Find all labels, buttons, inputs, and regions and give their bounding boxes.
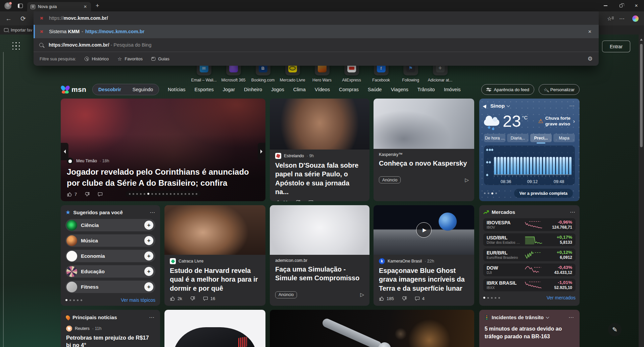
traffic-alert-text[interactable]: 5 minutos de atraso devido ao tráfego pa… <box>485 325 574 340</box>
nav-saude[interactable]: Saúde <box>368 87 382 92</box>
tab-close-icon[interactable]: ✕ <box>82 4 88 10</box>
ad-card-ademicon[interactable]: ademicon.com.br Faça uma Simulação - Sim… <box>270 205 369 306</box>
comment-button[interactable] <box>97 191 103 197</box>
gear-icon[interactable]: ⚙ <box>588 55 593 62</box>
suggestion-site[interactable]: ✖ Sistema KMM - https://movc.kmm.com.br … <box>34 25 599 38</box>
new-tab-button[interactable]: + <box>96 3 99 9</box>
back-icon[interactable]: ← <box>5 15 12 22</box>
image-card-studio[interactable] <box>270 310 474 347</box>
copilot-icon[interactable] <box>632 15 639 22</box>
market-row-ibrx[interactable]: IBRX BRASILIBXX -1,01%52.925,10 <box>483 279 576 291</box>
tab-daily[interactable]: Diaria... <box>507 134 529 142</box>
traffic-incidents-widget[interactable]: Incidentes de trânsito ⋯ 5 minutos de at… <box>479 310 580 347</box>
more-topics-link[interactable]: Ver mais tópicos <box>121 297 155 303</box>
full-forecast-button[interactable]: Ver a previsão completa <box>514 189 573 198</box>
msn-logo-icon[interactable] <box>61 85 70 94</box>
like-button[interactable]: 7 <box>67 191 77 197</box>
nav-jogar[interactable]: Jogar <box>223 87 235 92</box>
see-markets-link[interactable]: Ver mercados <box>547 295 576 300</box>
feed-appearance-button[interactable]: Aparência do feed <box>481 84 535 95</box>
add-topic-button[interactable]: + <box>144 221 153 230</box>
carousel-next-button[interactable] <box>258 143 265 160</box>
hero-news-card[interactable]: Meu Timão · 18h Jogador revelado pelo Co… <box>61 99 265 201</box>
weather-pagination-dots[interactable] <box>484 192 497 194</box>
topic-economia[interactable]: Economia+ <box>65 250 155 262</box>
msn-logo-text[interactable]: msn <box>71 85 86 94</box>
filter-tabs[interactable]: Guias <box>151 56 169 61</box>
workspaces-icon[interactable] <box>18 4 23 8</box>
ad-headline[interactable]: Conheça o novo Kaspersky <box>379 159 469 168</box>
nav-videos[interactable]: Vídeos <box>315 87 330 92</box>
like-button[interactable]: 2k <box>170 296 182 301</box>
comment-button[interactable]: 16 <box>203 296 215 301</box>
carousel-prev-button[interactable] <box>61 143 68 160</box>
topic-ciencia[interactable]: Ciência+ <box>65 219 155 231</box>
news-card-kameraone[interactable]: ▶ kKameraOne Brasil· 22h Espaçonave Blue… <box>374 205 474 306</box>
suggestion-search[interactable]: https://movc.kmm.com.br/ - Pesquisa do B… <box>34 38 599 52</box>
headline[interactable]: Petrobras tem prejuízo de R$17 bi no 4° <box>66 334 155 347</box>
market-row-usdbrl[interactable]: USD/BRLDólar dos Estados Unidos/Real... … <box>483 233 576 246</box>
tab-hourly[interactable]: De hora ... <box>484 134 505 142</box>
topnews-more-icon[interactable]: ⋯ <box>149 316 155 319</box>
ad-choices-icon[interactable]: ▷ <box>465 177 469 183</box>
dislike-button[interactable] <box>401 296 407 301</box>
settings-more-icon[interactable]: ⋯ <box>619 15 625 22</box>
markets-more-icon[interactable]: ⋯ <box>570 211 576 214</box>
scroll-up-arrow[interactable] <box>640 37 643 41</box>
news-card-estrelando[interactable]: Estrelando· 9h Velson D'Souza fala sobre… <box>270 99 369 201</box>
tab-nova-guia[interactable]: Nova guia ✕ <box>27 2 91 11</box>
news-card-catraca[interactable]: Catraca Livre Estudo de Harvard revela q… <box>164 205 265 306</box>
remove-suggestion-icon[interactable]: ✕ <box>586 28 593 35</box>
chevron-down-icon[interactable] <box>507 104 510 107</box>
market-row-dow[interactable]: DOWDJI -0,43%43.433,12 <box>483 264 576 276</box>
topic-fitness[interactable]: Fitness+ <box>65 281 155 293</box>
ad-choices-icon[interactable]: ▷ <box>360 292 364 298</box>
headline[interactable]: Velson D'Souza fala sobre papel na série… <box>275 161 364 196</box>
play-icon[interactable]: ▶ <box>416 222 432 238</box>
personalize-button[interactable]: ☆ Personalizar <box>539 84 580 95</box>
nav-dinheiro[interactable]: Dinheiro <box>244 87 262 92</box>
comment-button[interactable]: 4 <box>414 296 425 301</box>
nav-transito[interactable]: Trânsito <box>417 87 435 92</box>
add-topic-button[interactable]: + <box>144 251 153 261</box>
topic-musica[interactable]: Música+ <box>65 234 155 247</box>
ad-headline[interactable]: Faça uma Simulação - Simule sem Compromi… <box>275 265 364 283</box>
dislike-button[interactable] <box>84 191 90 197</box>
headline[interactable]: Estudo de Harvard revela qual é a melhor… <box>170 266 260 293</box>
comment-button[interactable] <box>308 199 314 201</box>
refresh-icon[interactable]: ⟳ <box>20 15 26 22</box>
dislike-button[interactable] <box>295 199 301 201</box>
compose-pencil-icon[interactable]: ✎ <box>608 323 622 336</box>
tab-descobrir[interactable]: Descobrir <box>93 87 127 92</box>
market-row-ibovespa[interactable]: IBOVESPAIBOV -0,96%124.768,71 <box>483 218 576 231</box>
news-item[interactable]: Reuters· 11h Petrobras tem prejuízo de R… <box>66 326 155 347</box>
ad-card-kaspersky[interactable]: Kaspersky™ Conheça o novo Kaspersky Anún… <box>374 99 474 201</box>
image-card-car[interactable] <box>164 310 265 347</box>
app-launcher-icon[interactable] <box>12 42 20 50</box>
market-row-eurbrl[interactable]: EUR/BRLEuro/Real Brasileiro +0,12%6,0912 <box>483 248 576 261</box>
add-topic-button[interactable]: + <box>144 282 153 291</box>
headline[interactable]: Espaçonave Blue Ghost grava imagens incr… <box>379 266 469 293</box>
add-topic-button[interactable]: + <box>144 267 153 276</box>
import-favorites-button[interactable]: Importar fav <box>11 28 32 33</box>
like-button[interactable]: 185 <box>379 296 394 301</box>
nav-esportes[interactable]: Esportes <box>194 87 213 92</box>
weather-alert[interactable]: ⚠ Chuva fortegrave aviso › <box>538 116 575 127</box>
scrollbar-thumb[interactable] <box>640 44 643 147</box>
tab-map[interactable]: Mapa <box>553 134 575 142</box>
carousel-dots[interactable] <box>126 191 201 196</box>
markets-pagination-dots[interactable] <box>483 297 500 299</box>
close-button[interactable]: ✕ <box>629 0 644 11</box>
dislike-button[interactable] <box>190 296 195 301</box>
nav-viagens[interactable]: Viagens <box>391 87 408 92</box>
restore-button[interactable] <box>613 0 629 11</box>
tab-precipitation[interactable]: Preci... <box>530 134 552 142</box>
add-topic-button[interactable]: + <box>144 236 153 245</box>
nav-imoveis[interactable]: Imóveis <box>444 87 461 92</box>
chevron-down-icon[interactable] <box>546 315 549 319</box>
address-input[interactable]: ✖ https://movc.kmm.com.br/ <box>34 11 599 25</box>
signin-button[interactable]: Entrar <box>602 41 630 52</box>
favorites-icon[interactable]: ☆ <box>607 15 612 22</box>
weather-location[interactable]: Sinop <box>490 103 505 109</box>
topics-pagination-dots[interactable] <box>65 299 82 301</box>
